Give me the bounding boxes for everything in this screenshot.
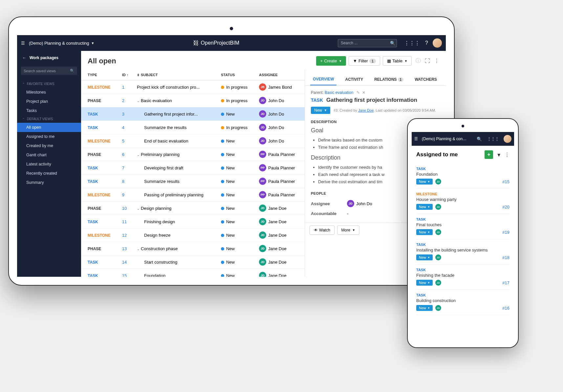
status-label[interactable]: New [226,192,235,197]
sidebar-item[interactable]: Project plan [17,97,81,106]
subject[interactable]: Foundation [144,273,165,277]
subject[interactable]: House warming party [416,197,509,202]
more-icon[interactable]: ⋮ [434,58,439,64]
id-link[interactable]: 2 [122,98,124,103]
subject[interactable]: Design freeze [144,233,170,238]
sidebar-item[interactable]: Latest activity [17,160,81,169]
status-chip[interactable]: New▼ [311,107,330,114]
card[interactable]: TASKFinal touchesNew ▼JD#19 [416,214,509,239]
status-label[interactable]: New [226,260,235,265]
id-link[interactable]: 8 [122,179,124,184]
tab-relations[interactable]: RELATIONS1 [372,74,406,85]
subject[interactable]: Preliminary planning [141,152,180,157]
card[interactable]: TASKInstalling the building service syst… [416,239,509,265]
card[interactable]: MILESTONEHouse warming partyNew ▼JD#20 [416,189,509,214]
project-name[interactable]: (Demo) Planning & constructi... [422,137,468,141]
sidebar-item[interactable]: Gantt chart [17,150,81,160]
create-button[interactable]: +Create▼ [316,56,346,66]
assignee-name[interactable]: Jane Doe [268,206,287,211]
help-icon[interactable]: ? [425,40,428,46]
table-row[interactable]: MILESTONE5End of basic evaluationNewJDJo… [81,134,305,148]
id-link[interactable]: 10 [122,206,127,211]
tab-activity[interactable]: ACTIVITY [342,74,366,85]
status-chip[interactable]: New ▼ [416,179,433,185]
remove-icon[interactable]: ✕ [362,90,365,95]
view-mode-button[interactable]: ▦ Table▼ [383,56,412,66]
status-label[interactable]: In progress [226,85,248,90]
search-icon[interactable]: 🔍 [70,69,75,73]
table-row[interactable]: TASK14Start constructingNewJDJane Doe [81,255,305,269]
subject[interactable]: Building construction [416,298,509,303]
subject[interactable]: Foundation [416,172,509,177]
id-link[interactable]: 13 [122,246,127,251]
subject[interactable]: Finishing the facade [416,273,509,278]
assignee-name[interactable]: John Do [268,112,284,117]
id-link[interactable]: #17 [502,280,509,285]
more-icon[interactable]: ⋮ [505,152,509,158]
filter-icon[interactable]: ▼ [496,152,501,158]
table-row[interactable]: PHASE6⌄Preliminary planningNewPPPaula Pl… [81,148,305,161]
status-label[interactable]: New [226,179,235,184]
sidebar-search[interactable]: 🔍 [21,67,77,75]
assignee-name[interactable]: John Do [268,98,284,103]
subject[interactable]: Gathering first project infor... [144,112,198,117]
subject[interactable]: Summarize results [144,179,180,184]
apps-icon[interactable]: ⋮⋮⋮ [404,40,420,46]
subject[interactable]: Installing the building service systems [416,248,509,252]
subject[interactable]: Construction phase [141,246,178,251]
sidebar-item[interactable]: Milestones [17,88,81,97]
status-label[interactable]: New [226,139,235,143]
subject[interactable]: Project kick off construction pro... [137,85,200,90]
sidebar-section-header[interactable]: ⌃DEFAULT VIEWS [17,115,81,123]
table-row[interactable]: MILESTONE9Passing of preliminary plannin… [81,188,305,202]
id-link[interactable]: #15 [502,179,509,184]
chevron-down-icon[interactable]: ⌄ [137,207,140,210]
col-assignee[interactable]: ASSIGNEE [256,70,305,80]
assignee-name[interactable]: Jane Doe [268,219,287,224]
table-row[interactable]: MILESTONE1Project kick off construction … [81,80,305,94]
col-status[interactable]: STATUS [218,70,256,80]
filter-button[interactable]: ▼ Filter 1 [349,56,380,66]
chevron-down-icon[interactable]: ⌄ [137,247,140,251]
status-label[interactable]: New [226,273,235,277]
table-row[interactable]: PHASE2⌄Basic evaluationIn progressJDJohn… [81,94,305,107]
search-icon[interactable]: 🔍 [477,137,482,142]
assignee-name[interactable]: Paula Planner [268,192,295,197]
table-row[interactable]: TASK11Finishing designNewJDJane Doe [81,215,305,229]
status-label[interactable]: In progress [226,98,248,103]
project-name[interactable]: (Demo) Planning & constructing [29,41,89,46]
id-link[interactable]: 14 [122,260,127,265]
id-link[interactable]: 7 [122,165,124,170]
status-chip[interactable]: New ▼ [416,280,433,286]
col-subject[interactable]: ⇕SUBJECT [134,70,218,80]
fullscreen-icon[interactable]: ⛶ [425,58,430,64]
id-link[interactable]: 3 [122,112,124,117]
id-link[interactable]: 9 [122,192,124,197]
chevron-down-icon[interactable]: ▼ [91,41,95,45]
sidebar-item[interactable]: All open [17,123,81,132]
hamburger-icon[interactable]: ☰ [21,41,25,46]
add-button[interactable]: + [485,150,493,159]
id-link[interactable]: 12 [122,233,127,238]
card[interactable]: TASKFinishing the facadeNew ▼JD#17 [416,265,509,290]
watch-button[interactable]: 👁Watch [310,226,335,235]
detail-title[interactable]: Gathering first project information [326,97,417,103]
more-button[interactable]: More▼ [337,226,359,235]
subject[interactable]: Finishing design [144,219,175,224]
sidebar-item[interactable]: Recently created [17,169,81,178]
status-label[interactable]: New [226,246,235,251]
assignee-name[interactable]: Paula Planner [268,179,295,184]
assignee-name[interactable]: Paula Planner [268,152,295,157]
status-label[interactable]: In progress [226,125,248,130]
subject[interactable]: Design planning [141,206,171,211]
sidebar-item[interactable]: Assigned to me [17,132,81,141]
status-label[interactable]: New [226,165,235,170]
id-link[interactable]: 1 [122,85,124,90]
table-row[interactable]: TASK8Summarize resultsNewPPPaula Planner [81,175,305,188]
subject[interactable]: Start constructing [144,260,177,265]
subject[interactable]: Developing first draft [144,165,183,170]
chevron-down-icon[interactable]: ⌄ [137,99,140,103]
tab-watchers[interactable]: WATCHERS [412,74,440,85]
sidebar-item[interactable]: Created by me [17,141,81,150]
table-row[interactable]: TASK3Gathering first project infor...New… [81,107,305,121]
